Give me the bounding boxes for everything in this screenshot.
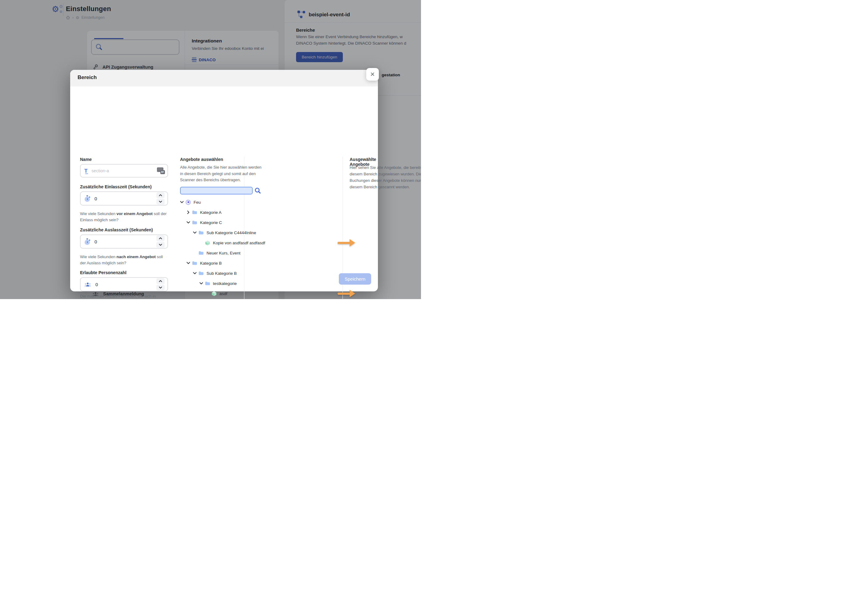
- tree-item-label: Sub Kategorie C4444Inline: [207, 230, 256, 235]
- einlasszeit-value: 0: [94, 196, 97, 201]
- browser-extension-icon[interactable]: ··· 9+: [157, 167, 165, 174]
- chevron-right-icon[interactable]: [186, 210, 190, 214]
- tree-item-label: Kopie von asdfasdf asdfasdf: [213, 241, 265, 245]
- screenshot-root: ⚙ ⚙ ⚙ Einstellungen › ⚙ Einstellungen: [0, 0, 421, 308]
- name-input-placeholder: section-a: [91, 168, 109, 173]
- tree-item[interactable]: Kopie von asdfasdf asdfasdf: [199, 239, 265, 247]
- tree-item[interactable]: Neuer Kurs, Event: [193, 249, 241, 257]
- folder-icon: [198, 251, 204, 255]
- tree-item-label: Feu: [194, 200, 201, 205]
- personenzahl-label: Erlaubte Personenzahl: [80, 270, 126, 275]
- stopwatch-icon: [84, 239, 90, 245]
- name-field-label: Name: [80, 157, 92, 162]
- chevron-down-icon[interactable]: [193, 231, 197, 235]
- tree-item[interactable]: Sub Kategorie C4444Inline: [193, 228, 256, 237]
- stepper-up-button[interactable]: [156, 235, 165, 241]
- stepper-up-button[interactable]: [156, 278, 165, 284]
- tree-item-label: Kategorie C: [200, 220, 222, 225]
- modal-title: Bereich: [78, 75, 97, 81]
- people-group-icon: [84, 282, 91, 287]
- bereich-modal: Bereich Name T section-a ··· 9+ Zusätzli…: [70, 70, 378, 291]
- chevron-down-icon[interactable]: [186, 261, 190, 265]
- tree-item[interactable]: asdf: [206, 289, 227, 298]
- tree-item[interactable]: Sub Kategorie B: [193, 269, 237, 277]
- folder-icon: [192, 220, 197, 224]
- name-input[interactable]: T section-a ··· 9+: [80, 164, 168, 177]
- einlasszeit-input[interactable]: 0: [80, 191, 168, 205]
- tree-item-label: testkategorie: [213, 281, 237, 286]
- einlasszeit-label: Zusätzliche Einlasszeit (Sekunden): [80, 184, 152, 189]
- tree-item[interactable]: Kategorie B: [186, 259, 222, 267]
- tree-item-label: Neuer Kurs, Event: [207, 251, 241, 255]
- tree-item[interactable]: testkategorie: [199, 279, 237, 288]
- pointer-arrow-icon: [337, 239, 355, 246]
- folder-icon: [198, 271, 204, 276]
- stepper-down-button[interactable]: [156, 199, 165, 205]
- offers-title: Angebote auswählen: [180, 157, 223, 162]
- modal-close-button[interactable]: ✕: [366, 68, 379, 81]
- auslasszeit-label: Zusätzliche Auslasszeit (Sekunden): [80, 227, 153, 232]
- folder-icon: [192, 210, 197, 214]
- tree-item-label: Kategorie A: [200, 210, 222, 215]
- save-button[interactable]: Speichern: [339, 273, 371, 285]
- chevron-down-icon[interactable]: [193, 271, 197, 275]
- selected-offers-description: Hier sehen Sie alle Angebote, die bereit…: [350, 164, 421, 190]
- einlasszeit-help: Wie viele Sekunden vor einem Angebot sol…: [80, 211, 169, 223]
- stepper-down-button[interactable]: [156, 242, 165, 248]
- chevron-down-icon[interactable]: [186, 221, 190, 224]
- tree-item[interactable]: Kategorie A: [186, 208, 222, 217]
- stepper-up-button[interactable]: [156, 192, 165, 198]
- personenzahl-help: Die maximale Anzahl Personen, die sich i…: [80, 293, 169, 299]
- chevron-down-icon[interactable]: [180, 200, 184, 204]
- auslasszeit-value: 0: [94, 239, 97, 244]
- tree-item-label: Kategorie B: [200, 261, 222, 265]
- text-type-icon: T: [84, 168, 87, 173]
- tree-item[interactable]: Feu: [180, 198, 201, 207]
- tree-item[interactable]: Kategorie C: [186, 218, 222, 227]
- stopwatch-icon: [84, 195, 90, 202]
- search-icon[interactable]: [255, 188, 261, 194]
- folder-icon: [192, 261, 197, 265]
- chevron-down-icon[interactable]: [199, 282, 203, 285]
- close-icon: ✕: [370, 71, 375, 78]
- folder-icon: [205, 281, 210, 286]
- pointer-arrow-icon: [337, 290, 355, 297]
- tree-item-label: asdf: [219, 291, 227, 296]
- tree-item-label: Sub Kategorie B: [207, 271, 237, 276]
- offers-description: Alle Angebote, die Sie hier auswählen we…: [180, 164, 264, 183]
- folder-icon: [198, 230, 204, 235]
- auslasszeit-input[interactable]: 0: [80, 235, 168, 249]
- modal-header: Bereich: [70, 70, 378, 87]
- personenzahl-input[interactable]: 0: [80, 277, 168, 291]
- offers-search-input[interactable]: [180, 187, 253, 195]
- app-workspace: ⚙ ⚙ ⚙ Einstellungen › ⚙ Einstellungen: [0, 0, 421, 299]
- cube-icon: [205, 240, 210, 245]
- personenzahl-value: 0: [95, 282, 98, 287]
- radio-icon: [186, 200, 191, 205]
- auslasszeit-help: Wie viele Sekunden nach einem Angebot so…: [80, 254, 169, 266]
- stepper-down-button[interactable]: [156, 285, 165, 290]
- cube-icon: [211, 291, 217, 296]
